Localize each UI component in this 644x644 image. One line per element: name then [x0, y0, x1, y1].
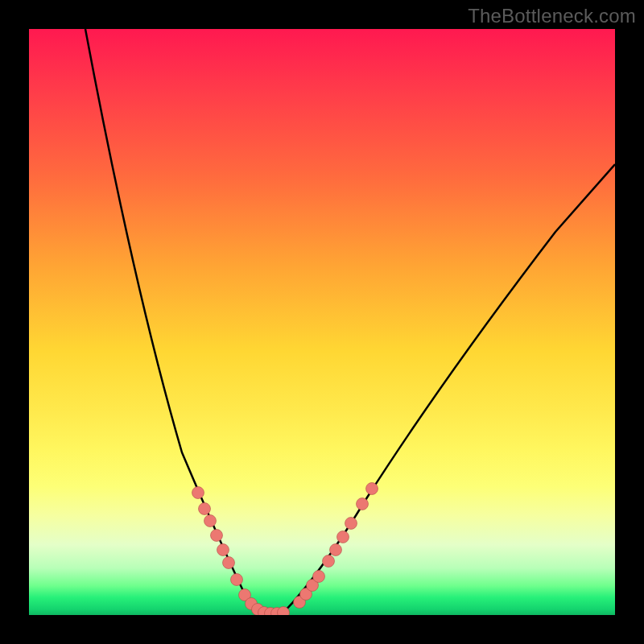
chart-svg — [29, 29, 615, 615]
data-dot — [313, 571, 325, 583]
data-dot — [330, 544, 342, 556]
data-dot — [323, 555, 335, 568]
data-dot — [192, 487, 204, 499]
data-dot — [357, 498, 369, 510]
data-dot — [337, 531, 349, 543]
data-dot — [366, 483, 378, 495]
data-dot — [223, 557, 235, 569]
data-dot — [231, 574, 243, 586]
watermark-text: TheBottleneck.com — [468, 5, 636, 27]
curve-left — [85, 29, 270, 613]
plot-area — [29, 29, 615, 615]
outer-frame: TheBottleneck.com — [0, 0, 644, 644]
data-dot — [199, 503, 211, 515]
dot-group — [192, 483, 378, 616]
data-dot — [345, 518, 357, 530]
data-dot — [204, 515, 217, 527]
data-dot — [217, 544, 229, 556]
data-dot — [211, 530, 223, 542]
